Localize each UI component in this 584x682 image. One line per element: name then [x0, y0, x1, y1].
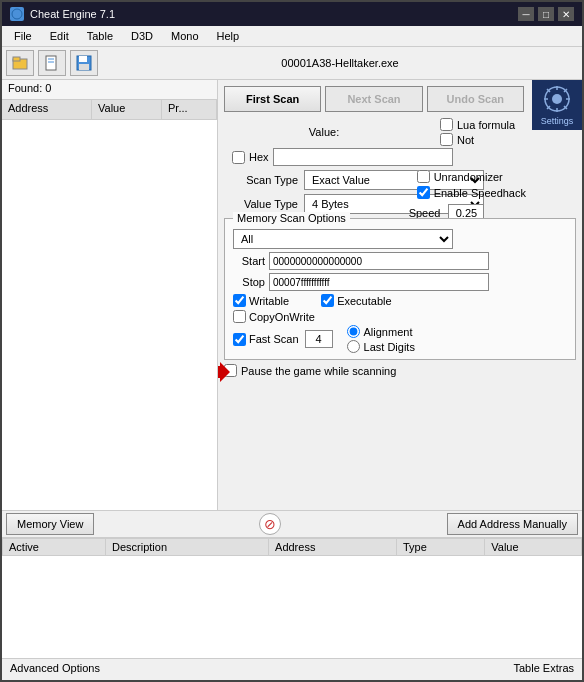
first-scan-button[interactable]: First Scan	[224, 86, 321, 112]
unrandomizer-checkbox[interactable]	[417, 170, 430, 183]
hex-check[interactable]: Hex	[232, 151, 269, 164]
settings-button[interactable]: Settings	[532, 80, 582, 130]
process-title: 00001A38-Helltaker.exe	[102, 57, 578, 69]
fast-scan-checkbox[interactable]	[233, 333, 246, 346]
memory-region-select[interactable]: All	[233, 229, 453, 249]
speedhack-checkbox[interactable]	[417, 186, 430, 199]
window-title: Cheat Engine 7.1	[30, 8, 115, 20]
alignment-radio-input[interactable]	[347, 325, 360, 338]
menu-help[interactable]: Help	[209, 28, 248, 44]
next-scan-button[interactable]: Next Scan	[325, 86, 422, 112]
memory-view-bar: Memory View ⊘ Add Address Manually	[2, 510, 582, 538]
toolbar: 00001A38-Helltaker.exe	[2, 47, 582, 80]
menu-d3d[interactable]: D3D	[123, 28, 161, 44]
last-digits-radio-input[interactable]	[347, 340, 360, 353]
settings-label: Settings	[541, 116, 574, 126]
executable-check[interactable]: Executable	[321, 294, 391, 307]
memory-scan-title: Memory Scan Options	[233, 212, 350, 224]
status-left[interactable]: Advanced Options	[10, 662, 100, 677]
red-arrow-left	[218, 362, 230, 384]
status-bar: Advanced Options Table Extras	[2, 658, 582, 680]
open-button[interactable]	[6, 50, 34, 76]
stop-label: Stop	[233, 276, 269, 288]
col-address: Address	[2, 100, 92, 119]
fast-scan-check[interactable]: Fast Scan	[233, 333, 299, 346]
stop-input[interactable]	[269, 273, 489, 291]
scan-type-label: Scan Type	[224, 174, 304, 186]
add-address-button[interactable]: Add Address Manually	[447, 513, 578, 535]
app-icon	[10, 7, 24, 21]
value-type-label: Value Type	[224, 198, 304, 210]
svg-rect-2	[13, 57, 20, 61]
menu-edit[interactable]: Edit	[42, 28, 77, 44]
col-address: Address	[269, 539, 397, 556]
pause-check[interactable]: Pause the game while scanning	[224, 364, 396, 377]
col-previous: Pr...	[162, 100, 217, 119]
svg-rect-8	[79, 64, 89, 70]
open2-button[interactable]	[38, 50, 66, 76]
col-type: Type	[396, 539, 484, 556]
value-input[interactable]	[273, 148, 453, 166]
menu-mono[interactable]: Mono	[163, 28, 207, 44]
not-checkbox[interactable]	[440, 133, 453, 146]
lua-formula-checkbox[interactable]	[440, 118, 453, 131]
col-description: Description	[105, 539, 268, 556]
col-value: Value	[485, 539, 582, 556]
scan-results-list	[2, 120, 217, 510]
alignment-radio[interactable]: Alignment	[347, 325, 415, 338]
copyonwrite-checkbox[interactable]	[233, 310, 246, 323]
svg-rect-3	[46, 56, 56, 70]
hex-checkbox[interactable]	[232, 151, 245, 164]
copyonwrite-check[interactable]: CopyOnWrite	[233, 310, 315, 323]
svg-point-0	[12, 9, 22, 19]
not-check[interactable]: Not	[440, 133, 515, 146]
menu-table[interactable]: Table	[79, 28, 121, 44]
svg-rect-7	[79, 56, 87, 62]
stop-button[interactable]: ⊘	[259, 513, 281, 535]
writable-check[interactable]: Writable	[233, 294, 289, 307]
unrandomizer-check[interactable]: Unrandomizer	[417, 170, 526, 183]
menu-bar: File Edit Table D3D Mono Help	[2, 26, 582, 47]
maximize-button[interactable]: □	[538, 7, 554, 21]
col-active: Active	[3, 539, 106, 556]
speedhack-check[interactable]: Enable Speedhack	[417, 186, 526, 199]
last-digits-radio[interactable]: Last Digits	[347, 340, 415, 353]
svg-point-11	[552, 94, 562, 104]
value-label: Value:	[309, 126, 339, 138]
status-right[interactable]: Table Extras	[513, 662, 574, 677]
executable-checkbox[interactable]	[321, 294, 334, 307]
start-label: Start	[233, 255, 269, 267]
lua-formula-check[interactable]: Lua formula	[440, 118, 515, 131]
close-button[interactable]: ✕	[558, 7, 574, 21]
undo-scan-button[interactable]: Undo Scan	[427, 86, 524, 112]
svg-marker-14	[218, 362, 230, 382]
fast-scan-input[interactable]	[305, 330, 333, 348]
save-button[interactable]	[70, 50, 98, 76]
minimize-button[interactable]: ─	[518, 7, 534, 21]
memory-view-button[interactable]: Memory View	[6, 513, 94, 535]
writable-checkbox[interactable]	[233, 294, 246, 307]
menu-file[interactable]: File	[6, 28, 40, 44]
address-table-area: Active Description Address Type Value	[2, 538, 582, 658]
list-header: Address Value Pr...	[2, 100, 217, 120]
title-bar: Cheat Engine 7.1 ─ □ ✕	[2, 2, 582, 26]
found-count: Found: 0	[2, 80, 217, 100]
col-value: Value	[92, 100, 162, 119]
start-input[interactable]	[269, 252, 489, 270]
